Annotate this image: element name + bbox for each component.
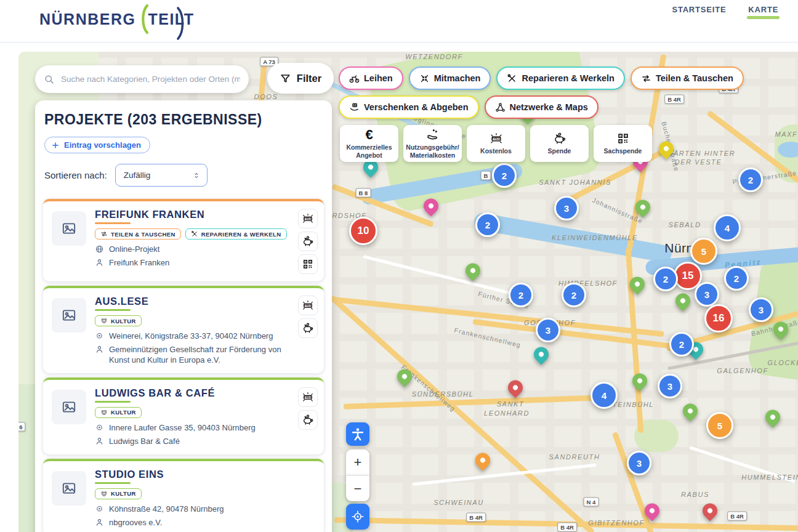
map-cluster-blue-4[interactable]: 4 — [590, 382, 618, 409]
mask-icon — [100, 317, 108, 324]
cost-filter-kostenlos[interactable]: Kostenlos — [467, 125, 525, 162]
sort-value: Zufällig — [124, 171, 151, 180]
map-pin-teal[interactable] — [363, 159, 378, 174]
nav-item-karte[interactable]: KARTE — [748, 5, 778, 19]
map-pin-green[interactable] — [397, 369, 412, 384]
map-label-wetzendorf: WETZENDORF — [405, 53, 463, 60]
cost-filter-spende[interactable]: Spende — [530, 125, 589, 162]
map-cluster-blue-4[interactable]: 4 — [714, 214, 741, 241]
category-pill-mitmachen[interactable]: Mitmachen — [409, 66, 491, 90]
map-label-sankt-johannis: SANKT JOHANNIS — [539, 179, 611, 186]
project-location: Innere Laufer Gasse 35, 90403 Nürnberg — [95, 423, 289, 433]
filter-button[interactable]: Filter — [267, 63, 334, 94]
tag-label: KULTUR — [111, 490, 136, 497]
map-cluster-blue-2[interactable]: 2 — [724, 266, 749, 291]
search-input[interactable] — [60, 74, 241, 84]
map-cluster-blue-3[interactable]: 3 — [627, 451, 651, 475]
cost-filter-sachspende[interactable]: Sachspende — [594, 125, 652, 162]
nav-item-startseite[interactable]: STARTSEITE — [672, 5, 726, 19]
sort-select[interactable]: Zufällig — [115, 164, 208, 187]
free-stamp-icon — [302, 299, 314, 312]
project-card-freifunk-franken[interactable]: FREIFUNK FRANKENTEILEN & TAUSCHENREPARIE… — [43, 199, 324, 281]
title-underline — [95, 222, 131, 224]
category-pill-verschenken-abgeben[interactable]: Verschenken & Abgeben — [339, 95, 479, 119]
map-cluster-blue-2[interactable]: 2 — [475, 212, 500, 237]
suggest-entry-button[interactable]: Eintrag vorschlagen — [44, 137, 150, 153]
category-pill-teilen-tauschen[interactable]: Teilen & Tauschen — [631, 66, 744, 90]
map-cluster-blue-2[interactable]: 2 — [669, 332, 694, 357]
category-pill-netzwerke-maps[interactable]: Netzwerke & Maps — [485, 95, 598, 119]
map-pin-pink[interactable] — [424, 198, 438, 213]
map-pin-green[interactable] — [465, 263, 480, 278]
map-cluster-blue-2[interactable]: 2 — [738, 167, 763, 192]
join-arrows-icon — [419, 73, 430, 84]
donation-box-icon — [302, 258, 314, 270]
map-pin-green[interactable] — [632, 373, 647, 388]
map-pin-green[interactable] — [630, 276, 645, 291]
person-icon — [95, 258, 104, 267]
map-cluster-blue-3[interactable]: 3 — [658, 374, 682, 398]
map-label-sebald: SEBALD — [668, 221, 701, 228]
map-cluster-orange-5[interactable]: 5 — [706, 412, 733, 439]
project-cost-icons — [298, 296, 318, 366]
map-label-sandreuth: SANDREUTH — [549, 453, 600, 461]
project-location: Weinerei, Königstraße 33-37, 90402 Nürnb… — [95, 331, 289, 342]
map-label-galgenhof: GALGENHOF — [717, 367, 768, 374]
map-pin-green[interactable] — [675, 293, 690, 308]
tag-label: TEILEN & TAUSCHEN — [111, 231, 175, 238]
zoom-in-button[interactable]: + — [346, 449, 369, 475]
locate-button[interactable] — [346, 504, 369, 530]
project-organizer-text: Ludwigs Bar & Café — [109, 437, 180, 447]
brand-logo[interactable]: NÜRNBERG TEILT — [39, 5, 195, 33]
map-cluster-blue-2[interactable]: 2 — [492, 163, 517, 188]
main-nav: STARTSEITEKARTEÜBE — [672, 5, 798, 19]
project-organizer-text: Gemeinnützigen Gesellschaft zur Förderun… — [109, 345, 289, 366]
map-cluster-orange-5[interactable]: 5 — [690, 238, 717, 265]
tag-kultur: KULTUR — [95, 315, 142, 326]
map-pin-orange[interactable] — [475, 453, 490, 467]
project-card-ludwigs-bar-caf[interactable]: LUDWIGS BAR & CAFÉKULTURInnere Laufer Ga… — [43, 377, 324, 454]
map-cluster-red-16[interactable]: 16 — [704, 304, 733, 332]
map-pin-green[interactable] — [765, 409, 780, 424]
map-cluster-blue-2[interactable]: 2 — [562, 283, 586, 307]
map-pin-red[interactable] — [508, 380, 523, 395]
map-cluster-blue-3[interactable]: 3 — [749, 297, 773, 322]
project-organizer-text: nbgrooves e.V. — [109, 518, 162, 528]
filter-button-label: Filter — [297, 73, 321, 84]
cost-filter-kommerzielles-angebot[interactable]: €Kommerzielles Angebot — [340, 125, 398, 162]
plus-glyph: + — [354, 456, 362, 469]
map-label-sündersbühl: SÜNDERSBÜHL — [412, 390, 474, 398]
bike-icon — [349, 73, 360, 84]
map-pin-pink[interactable] — [645, 503, 659, 518]
category-pill-reparieren-werkeln[interactable]: Reparieren & Werkeln — [496, 66, 624, 90]
map-pin-teal[interactable] — [534, 347, 549, 361]
category-pill-leihen[interactable]: Leihen — [339, 66, 403, 90]
map-pin-green[interactable] — [773, 321, 788, 336]
map-cluster-red-10[interactable]: 10 — [349, 217, 377, 245]
map-label-hummelstein: HUMMELSTEIN — [741, 474, 798, 481]
cost-icon-donation-box — [298, 254, 318, 274]
map-cluster-blue-2[interactable]: 2 — [509, 283, 533, 307]
map-pin-red[interactable] — [703, 503, 717, 518]
project-card-aus-lese[interactable]: AUS.LESEKULTURWeinerei, Königstraße 33-3… — [43, 286, 324, 373]
cost-filter-bar: €Kommerzielles AngebotNutzungsgebühr/ Ma… — [340, 125, 652, 162]
map-cluster-blue-3[interactable]: 3 — [554, 196, 579, 220]
zoom-out-button[interactable]: − — [346, 475, 369, 501]
map[interactable]: WETZENDORFDOOSSchnieglinger StraßeSANKT … — [18, 52, 798, 532]
project-location-text: Weinerei, Königstraße 33-37, 90402 Nürnb… — [109, 331, 273, 342]
project-location-text: Online-Projekt — [109, 244, 159, 255]
map-cluster-blue-3[interactable]: 3 — [536, 318, 560, 342]
map-pin-green[interactable] — [635, 200, 650, 214]
map-pin-yellow[interactable] — [659, 141, 674, 156]
accessibility-button[interactable] — [346, 422, 369, 446]
map-cluster-blue-3[interactable]: 3 — [695, 282, 719, 307]
free-stamp-icon — [302, 212, 314, 225]
map-pin-green[interactable] — [683, 403, 698, 418]
tag-reparieren-werkeln: REPARIEREN & WERKELN — [185, 228, 287, 240]
project-card-studio-eins[interactable]: STUDIO EINSKULTURKöhnstraße 42, 90478 Nü… — [43, 459, 324, 532]
tag-kultur: KULTUR — [95, 407, 142, 418]
map-cluster-blue-2[interactable]: 2 — [653, 267, 678, 291]
road-badge-b-4r: B 4R — [727, 512, 747, 521]
cost-filter-nutzungsgebühr-materialkosten[interactable]: Nutzungsgebühr/ Materialkosten — [403, 125, 462, 162]
tools-icon — [507, 73, 517, 84]
